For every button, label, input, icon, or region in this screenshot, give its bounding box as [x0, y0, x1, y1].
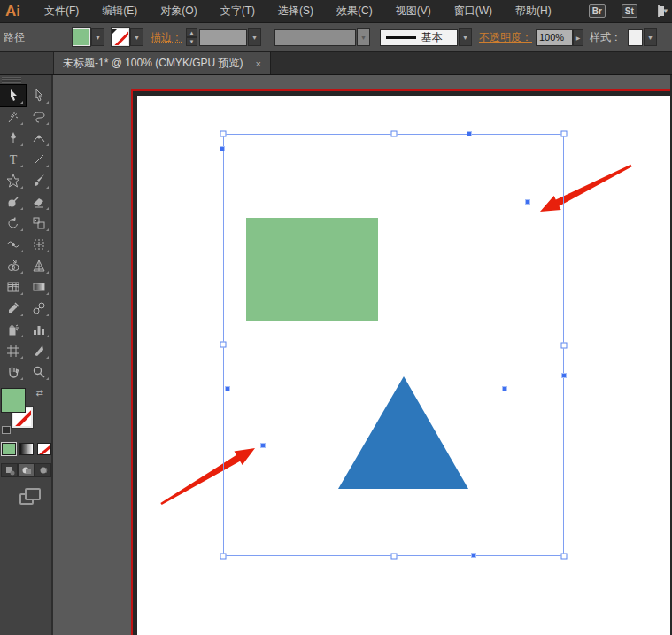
selection-handle[interactable]	[220, 131, 227, 137]
brush-definition-select[interactable]: 基本	[380, 29, 458, 46]
menu-help[interactable]: 帮助(H)	[504, 0, 563, 22]
fill-color-swatch[interactable]	[73, 28, 90, 46]
eyedropper-tool[interactable]	[0, 298, 26, 319]
swap-fill-stroke-icon[interactable]: ⇄	[36, 388, 43, 398]
stroke-weight-field[interactable]	[199, 29, 247, 46]
stepper-down-icon[interactable]: ▼	[186, 37, 197, 46]
hand-tool[interactable]	[0, 361, 26, 383]
workspace-switcher-icon[interactable]	[658, 5, 660, 17]
document-tab-bar: 未标题-1* @ 100% (CMYK/GPU 预览) ×	[0, 52, 672, 75]
bridge-button[interactable]: Br	[589, 4, 606, 18]
svg-text:T: T	[9, 153, 17, 166]
drawing-mode-buttons	[1, 463, 51, 477]
lasso-tool[interactable]	[26, 106, 51, 128]
opacity-dropdown-icon[interactable]: ▶	[573, 29, 583, 46]
symbol-sprayer-tool[interactable]	[0, 319, 26, 340]
mesh-tool[interactable]	[0, 276, 26, 298]
slice-tool[interactable]	[26, 340, 51, 361]
menu-view[interactable]: 视图(V)	[384, 0, 443, 22]
stroke-color-swatch[interactable]	[112, 28, 129, 46]
document-tab[interactable]: 未标题-1* @ 100% (CMYK/GPU 预览) ×	[54, 52, 271, 74]
stepper-up-icon[interactable]: ▲	[186, 28, 197, 37]
gradient-button[interactable]	[19, 443, 34, 455]
selection-handle[interactable]	[561, 131, 568, 137]
screen-mode-button[interactable]	[19, 488, 42, 506]
width-profile-dropdown-icon[interactable]: ▼	[357, 28, 370, 46]
stroke-weight-stepper[interactable]: ▲ ▼	[186, 28, 197, 46]
blob-brush-tool[interactable]	[0, 191, 26, 213]
brush-dropdown-icon[interactable]: ▼	[459, 28, 472, 46]
anchor-point[interactable]	[467, 131, 472, 136]
free-transform-tool[interactable]	[26, 234, 51, 255]
magic-wand-tool[interactable]	[0, 106, 26, 128]
menu-window[interactable]: 窗口(W)	[443, 0, 504, 22]
anchor-point[interactable]	[225, 386, 230, 391]
menu-effect[interactable]: 效果(C)	[325, 0, 384, 22]
line-segment-tool[interactable]	[26, 149, 51, 170]
menu-file[interactable]: 文件(F)	[33, 0, 90, 22]
selection-bounding-box	[223, 134, 564, 556]
paintbrush-tool[interactable]	[26, 170, 51, 191]
none-button[interactable]	[37, 443, 51, 455]
selection-handle[interactable]	[391, 554, 398, 560]
color-mode-buttons	[2, 443, 51, 455]
shape-builder-tool[interactable]	[0, 255, 26, 276]
type-tool[interactable]: T	[0, 149, 26, 170]
draw-normal-icon[interactable]	[1, 463, 18, 477]
direct-selection-tool[interactable]	[26, 85, 51, 106]
tab-close-icon[interactable]: ×	[256, 58, 261, 69]
star-tool[interactable]	[0, 170, 26, 191]
blend-tool[interactable]	[26, 298, 51, 319]
stroke-dropdown-icon[interactable]: ▼	[130, 28, 143, 46]
artboard-tool[interactable]	[0, 340, 26, 361]
opacity-panel-link[interactable]: 不透明度：	[479, 30, 532, 45]
menu-bar: Ai 文件(F) 编辑(E) 对象(O) 文字(T) 选择(S) 效果(C) 视…	[0, 0, 672, 23]
anchor-point[interactable]	[220, 146, 225, 151]
document-tab-title: 未标题-1* @ 100% (CMYK/GPU 预览)	[63, 56, 243, 71]
fill-indicator[interactable]	[1, 388, 26, 413]
style-dropdown-icon[interactable]: ▼	[644, 28, 657, 46]
stroke-panel-link[interactable]: 描边：	[151, 30, 182, 45]
eraser-tool[interactable]	[26, 191, 51, 213]
style-swatch[interactable]	[628, 29, 643, 46]
pen-tool[interactable]	[0, 128, 26, 149]
selection-handle[interactable]	[561, 343, 568, 349]
context-label: 路径	[4, 30, 73, 45]
zoom-tool[interactable]	[26, 361, 51, 383]
fill-dropdown-icon[interactable]: ▼	[91, 28, 104, 46]
anchor-point[interactable]	[561, 373, 567, 378]
selection-handle[interactable]	[220, 554, 227, 560]
width-profile-select[interactable]	[274, 29, 356, 46]
draw-behind-icon[interactable]	[18, 463, 35, 477]
menu-type[interactable]: 文字(T)	[209, 0, 266, 22]
curvature-tool[interactable]	[26, 128, 51, 149]
perspective-grid-tool[interactable]	[26, 255, 51, 276]
brush-definition-value: 基本	[421, 30, 443, 45]
anchor-point[interactable]	[525, 199, 530, 205]
selection-handle[interactable]	[561, 554, 568, 560]
selection-handle[interactable]	[220, 342, 227, 348]
fill-stroke-indicator: ⇄	[0, 388, 51, 436]
control-options-bar: 路径 ▼ ▼ 描边： ▲ ▼ ▼ ▼ 基本 ▼ 不透明度： 100% ▶ 样式：…	[0, 23, 672, 52]
stock-button[interactable]: St	[622, 4, 637, 18]
stroke-weight-dropdown-icon[interactable]: ▼	[248, 28, 261, 46]
panel-grip[interactable]	[2, 77, 21, 83]
default-fill-stroke-icon[interactable]	[2, 426, 11, 434]
menu-object[interactable]: 对象(O)	[149, 0, 208, 22]
menu-edit[interactable]: 编辑(E)	[90, 0, 149, 22]
scale-tool[interactable]	[26, 213, 51, 234]
width-tool[interactable]	[0, 234, 26, 255]
menu-select[interactable]: 选择(S)	[266, 0, 325, 22]
draw-inside-icon[interactable]	[35, 463, 51, 477]
anchor-point[interactable]	[502, 386, 507, 391]
color-button[interactable]	[2, 443, 16, 455]
selection-handle[interactable]	[391, 131, 398, 137]
anchor-point[interactable]	[260, 443, 266, 448]
column-graph-tool[interactable]	[26, 319, 51, 340]
canvas-area[interactable]	[53, 75, 670, 635]
gradient-tool[interactable]	[26, 276, 51, 298]
selection-tool[interactable]	[0, 85, 26, 106]
opacity-field[interactable]: 100%	[536, 29, 573, 46]
anchor-point[interactable]	[471, 553, 476, 558]
rotate-tool[interactable]	[0, 213, 26, 234]
